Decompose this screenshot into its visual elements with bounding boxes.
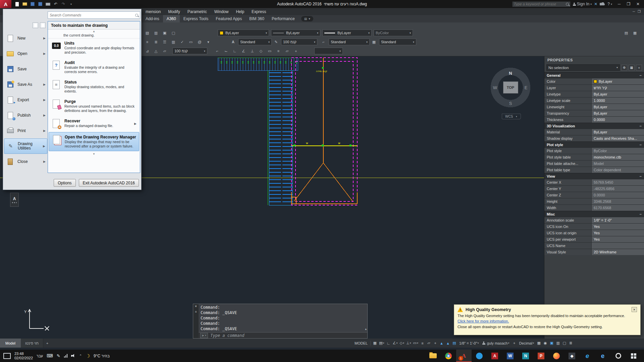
layer-state-icon[interactable]: ▥	[152, 29, 160, 36]
grid-toggle-icon[interactable]: ▦	[372, 340, 378, 347]
start-grid-icon[interactable]	[626, 350, 641, 362]
application-menu-button[interactable]: A	[0, 0, 11, 8]
transparency-toggle-icon[interactable]: ▱	[426, 340, 432, 347]
quick-properties-icon[interactable]: ▦	[536, 340, 542, 347]
tool-palette-collapsed[interactable]: A	[10, 193, 19, 207]
osnap-tool-icon-5[interactable]: ⊥	[249, 48, 256, 54]
selection-dropdown[interactable]: No selection▾	[546, 64, 620, 71]
network-icon[interactable]	[64, 354, 68, 358]
annotation-scale-icon[interactable]: ▤	[451, 340, 458, 347]
chrome-icon[interactable]	[441, 350, 456, 362]
property-row[interactable]: LineweightByLayer	[544, 104, 644, 110]
help-search-input[interactable]	[514, 2, 566, 6]
property-row[interactable]: Plot style tablemonochrome.ctb	[544, 154, 644, 160]
app-menu-open[interactable]: Open▶	[4, 46, 47, 61]
app-icon-teal[interactable]: N	[518, 350, 533, 362]
ribbon-display-toggle[interactable]: ▤▾	[301, 16, 313, 21]
skype-icon[interactable]	[472, 350, 487, 362]
customize-status-icon[interactable]: ≣	[568, 340, 574, 347]
menu-express[interactable]: Express	[248, 9, 270, 14]
menu-modify[interactable]: Modify	[164, 9, 183, 14]
save-icon[interactable]	[29, 1, 36, 7]
section-view[interactable]: View−	[544, 173, 644, 179]
osnap-tool-icon-8[interactable]: ≡	[275, 48, 282, 54]
empty-style-dropdown[interactable]: ▾	[314, 48, 343, 54]
autoscale-icon[interactable]: ▲	[445, 340, 451, 347]
property-row[interactable]: UCS icon at originYes	[544, 230, 644, 236]
align-left-icon[interactable]: ≡	[144, 39, 151, 45]
snap-toggle-icon[interactable]: ▤▾	[378, 340, 385, 347]
plot-style-dropdown[interactable]: ByColor▾	[374, 29, 413, 36]
osnap-tool-icon-1[interactable]: ⌐	[214, 48, 221, 54]
ribbon-panel-icon-2[interactable]: ▦	[631, 29, 639, 36]
annotation-style-dropdown[interactable]: 100 קנמ▾	[281, 39, 317, 45]
tab-a360[interactable]: A360	[163, 15, 180, 22]
menu-parametric[interactable]: Parametric	[184, 9, 211, 14]
justify-icon[interactable]: ☰	[161, 39, 168, 45]
collapse-icon[interactable]: −	[640, 174, 642, 178]
property-row[interactable]: Plot styleByColor	[544, 147, 644, 154]
app-menu-search-input[interactable]	[50, 13, 135, 17]
command-customize-icon[interactable]: ≡	[195, 310, 197, 313]
app-menu-save[interactable]: Save	[4, 61, 47, 77]
osnap-tool-icon-3[interactable]: ∟	[231, 48, 238, 54]
tab-express-tools[interactable]: Express Tools	[180, 15, 212, 22]
hardware-icon[interactable]: ▥	[555, 340, 561, 347]
touch-keyboard-icon[interactable]: ⌨	[47, 353, 53, 358]
property-row[interactable]: Plot table attache...Model	[544, 160, 644, 167]
align-center-icon[interactable]: ≣	[152, 39, 160, 45]
section-3d-visualization[interactable]: 3D Visualization−	[544, 123, 644, 129]
dim-style-dropdown[interactable]: Standard▾	[329, 39, 370, 45]
table-style-dropdown[interactable]: Standard▾	[379, 39, 416, 45]
quick-select-button[interactable]: ＋	[636, 65, 642, 71]
property-row[interactable]: Center Z0.0000	[544, 192, 644, 198]
property-row[interactable]: Annotation scale1/8" = 1'-0"	[544, 217, 644, 223]
select-objects-button[interactable]: ▦	[629, 65, 635, 71]
taskbar-clock[interactable]: 23:48 02/02/2022	[14, 352, 33, 360]
property-row[interactable]: Shadow displayCasts and Receives Sha...	[544, 135, 644, 141]
recent-documents-icon[interactable]	[33, 22, 38, 28]
tool-drawing-recovery-manager[interactable]: Open the Drawing Recovery ManagerDisplay…	[49, 132, 139, 151]
model-space-button[interactable]: MODEL	[353, 340, 369, 347]
app-menu-drawing-utilities[interactable]: ✎Drawing Utilities▶	[4, 138, 47, 154]
restore-button[interactable]: ❐	[624, 0, 633, 8]
property-row[interactable]: Plot table typeColor dependent	[544, 167, 644, 173]
annotation-scale-dropdown[interactable]: 100 קנמ▾	[172, 48, 207, 54]
property-row[interactable]: UCS per viewportYes	[544, 236, 644, 242]
doc-minimize-icon[interactable]: ─	[633, 10, 635, 13]
lineweight-dropdown[interactable]: ByLayer▾	[322, 29, 372, 36]
help-icon[interactable]: ?▾	[607, 2, 612, 6]
move-pan-icon[interactable]: ＋	[511, 340, 517, 347]
wcs-dropdown[interactable]: WCS ▾	[502, 114, 521, 119]
selection-cycling-icon[interactable]: ＋	[432, 340, 438, 347]
layer-off-icon[interactable]: ▢	[170, 29, 177, 36]
acrobat-icon[interactable]: A	[487, 350, 502, 362]
scale-icon-1[interactable]: ⊿	[144, 48, 151, 54]
field-icon[interactable]: ▭	[187, 39, 195, 45]
redo-icon[interactable]: ↷	[60, 1, 67, 7]
pen-icon[interactable]: ✎	[57, 353, 60, 358]
collapse-icon[interactable]: −	[640, 212, 642, 216]
tab-add-ins[interactable]: Add-ins	[142, 15, 163, 22]
section-general[interactable]: General−	[544, 72, 644, 78]
tab-bim-360[interactable]: BIM 360	[246, 15, 268, 22]
weather-moon-icon[interactable]: ☽	[86, 353, 90, 359]
powerpoint-icon[interactable]: P	[533, 350, 549, 362]
hidden-icons-chevron[interactable]: ⌃	[79, 354, 82, 358]
tab-model[interactable]: Model	[0, 339, 21, 348]
taskbar-window-icon[interactable]	[3, 353, 11, 359]
viewcube[interactable]: N E S W TOP WCS ▾	[493, 71, 528, 119]
toggle-pickadd-button[interactable]: ⊕	[621, 65, 627, 71]
app-menu-export[interactable]: Export▶	[4, 92, 47, 108]
text-style-dropdown[interactable]: Standard▾	[238, 39, 272, 45]
command-input-row[interactable]: >▾ Type a command	[199, 332, 367, 338]
clean-screen-icon[interactable]: ▢	[561, 340, 568, 347]
doc-restore-icon[interactable]: ❐	[638, 10, 641, 13]
volume-icon[interactable]	[71, 354, 75, 358]
tool-audit[interactable]: ? AuditEvaluate the integrity of a drawi…	[49, 58, 139, 76]
command-line-window[interactable]: ✕ ≡ Command: Command: _QSAVE Command: Co…	[193, 304, 368, 339]
collapse-icon[interactable]: −	[640, 143, 642, 147]
connect-icon[interactable]	[600, 2, 605, 6]
property-row[interactable]: Linetype scale1.0000	[544, 97, 644, 104]
sign-in-button[interactable]: Sign In ▾	[573, 2, 592, 6]
